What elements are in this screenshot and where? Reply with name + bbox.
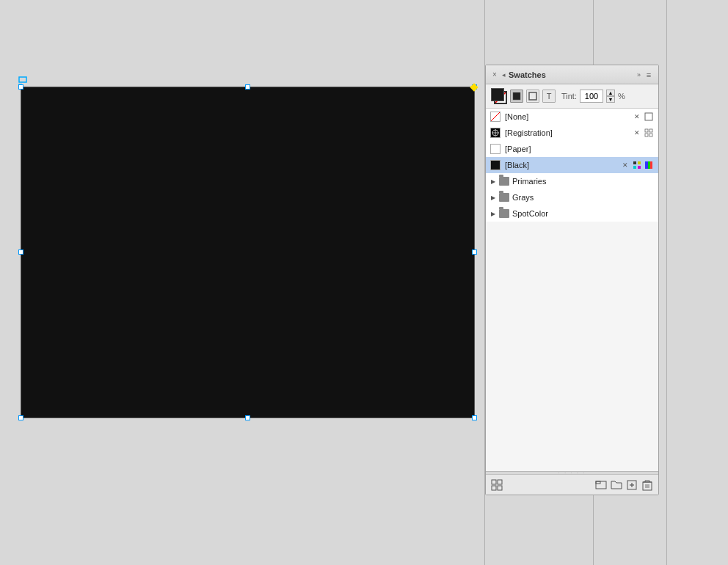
fill-mode-button[interactable] xyxy=(510,90,523,103)
selection-indicator xyxy=(18,76,32,85)
swatch-registration-icons: ✕ xyxy=(632,128,654,138)
bottom-new-group-button[interactable] xyxy=(594,478,608,492)
handle-middle-left[interactable] xyxy=(18,249,23,255)
panel-toolbar: T Tint: ▲ ▼ % xyxy=(486,84,658,109)
svg-rect-3 xyxy=(513,92,520,100)
svg-rect-5 xyxy=(645,113,652,120)
reg-x-icon: ✕ xyxy=(632,128,642,138)
bottom-new-folder-button[interactable] xyxy=(610,478,623,492)
panel-menu-button[interactable]: ≡ xyxy=(644,70,654,79)
swatch-black-row[interactable]: [Black] ✕ xyxy=(486,157,658,173)
tint-label: Tint: xyxy=(561,92,577,101)
panel-spacer xyxy=(486,222,658,471)
folder-primaries-triangle: ▶ xyxy=(490,178,496,184)
swatch-none-color xyxy=(490,112,500,122)
svg-rect-17 xyxy=(645,161,648,169)
svg-rect-18 xyxy=(648,161,650,169)
svg-rect-12 xyxy=(649,134,652,136)
folder-grays-triangle: ▶ xyxy=(490,194,496,200)
handle-bottom-left[interactable] xyxy=(18,415,23,420)
bottom-show-grid-button[interactable] xyxy=(490,478,503,492)
folder-spotcolor-name: SpotColor xyxy=(512,209,548,218)
svg-rect-19 xyxy=(650,161,652,169)
page-canvas[interactable] xyxy=(21,87,474,418)
panel-collapse-icon: ◂ xyxy=(502,71,506,79)
folder-spotcolor-row[interactable]: ▶ SpotColor xyxy=(486,205,658,222)
handle-middle-right[interactable] xyxy=(472,249,477,255)
folder-grays-icon xyxy=(499,193,509,202)
tint-input[interactable] xyxy=(580,90,603,103)
black-cmyk-icon xyxy=(632,160,642,170)
folder-grays-name: Grays xyxy=(512,193,534,202)
svg-rect-11 xyxy=(645,134,648,136)
svg-rect-20 xyxy=(492,480,496,484)
swatch-registration-label: [Registration] xyxy=(505,128,627,137)
svg-rect-16 xyxy=(638,166,641,169)
fill-stroke-preview[interactable] xyxy=(491,88,507,104)
swatch-black-color xyxy=(490,160,500,170)
reg-grid-icon xyxy=(644,128,654,138)
svg-rect-23 xyxy=(498,486,502,490)
handle-top-left[interactable] xyxy=(18,84,23,90)
panel-titlebar: × ◂ Swatches » ≡ xyxy=(486,65,658,84)
none-x-icon: ✕ xyxy=(632,112,642,122)
svg-rect-13 xyxy=(633,161,636,164)
swatch-registration-row[interactable]: [Registration] ✕ xyxy=(486,125,658,141)
swatch-none-icons: ✕ xyxy=(632,112,654,122)
tint-stepper-up[interactable]: ▲ xyxy=(606,90,615,96)
handle-bottom-center[interactable] xyxy=(245,415,250,420)
svg-rect-4 xyxy=(529,92,536,100)
folder-spotcolor-triangle: ▶ xyxy=(490,211,496,216)
bottom-delete-button[interactable] xyxy=(641,478,654,492)
none-box-icon xyxy=(644,112,654,122)
handle-top-center[interactable] xyxy=(245,84,250,90)
svg-rect-24 xyxy=(596,481,606,489)
swatch-registration-color xyxy=(490,128,500,138)
svg-rect-10 xyxy=(649,129,652,132)
folder-grays-row[interactable]: ▶ Grays xyxy=(486,189,658,205)
bottom-icons-group xyxy=(594,478,654,492)
folder-primaries-icon xyxy=(499,177,509,186)
svg-rect-25 xyxy=(596,481,600,484)
swatch-paper-row[interactable]: [Paper] xyxy=(486,141,658,157)
canvas-area xyxy=(0,0,484,565)
panel-bottom-toolbar xyxy=(486,474,658,495)
divider-3 xyxy=(666,0,667,565)
svg-rect-9 xyxy=(645,129,648,132)
folder-spotcolor-icon xyxy=(499,209,509,218)
panel-expand-button[interactable]: » xyxy=(637,71,641,79)
panel-title-right: » ≡ xyxy=(637,70,654,79)
svg-rect-14 xyxy=(638,161,641,164)
swatch-none-row[interactable]: [None] ✕ xyxy=(486,109,658,125)
svg-rect-21 xyxy=(498,480,502,484)
swatch-paper-color xyxy=(490,144,500,154)
panel-close-button[interactable]: × xyxy=(490,70,499,79)
stroke-mode-button[interactable] xyxy=(526,90,539,103)
handle-bottom-right[interactable] xyxy=(472,415,477,420)
fill-preview[interactable] xyxy=(491,88,504,101)
folder-primaries-name: Primaries xyxy=(512,177,546,186)
panel-title-left: × ◂ Swatches xyxy=(490,70,546,79)
swatch-none-label: [None] xyxy=(505,112,627,121)
svg-rect-0 xyxy=(19,77,26,82)
panel-title-text: Swatches xyxy=(509,70,546,79)
swatch-black-icons: ✕ xyxy=(620,160,654,170)
black-x-icon: ✕ xyxy=(620,160,630,170)
svg-rect-15 xyxy=(633,166,636,169)
bottom-new-swatch-button[interactable] xyxy=(625,478,638,492)
swatch-paper-label: [Paper] xyxy=(505,145,654,153)
svg-rect-22 xyxy=(492,486,496,490)
swatches-list: [None] ✕ [Registration] xyxy=(486,109,658,222)
text-mode-button[interactable]: T xyxy=(542,90,556,103)
swatch-black-label: [Black] xyxy=(505,161,616,170)
tint-stepper[interactable]: ▲ ▼ xyxy=(606,90,615,103)
tint-stepper-down[interactable]: ▼ xyxy=(606,96,615,103)
black-color-icon xyxy=(644,160,654,170)
resize-dots: · · · · · xyxy=(558,470,586,476)
folder-primaries-row[interactable]: ▶ Primaries xyxy=(486,173,658,189)
swatches-panel: × ◂ Swatches » ≡ xyxy=(485,65,659,495)
tint-percent-label: % xyxy=(618,92,625,101)
